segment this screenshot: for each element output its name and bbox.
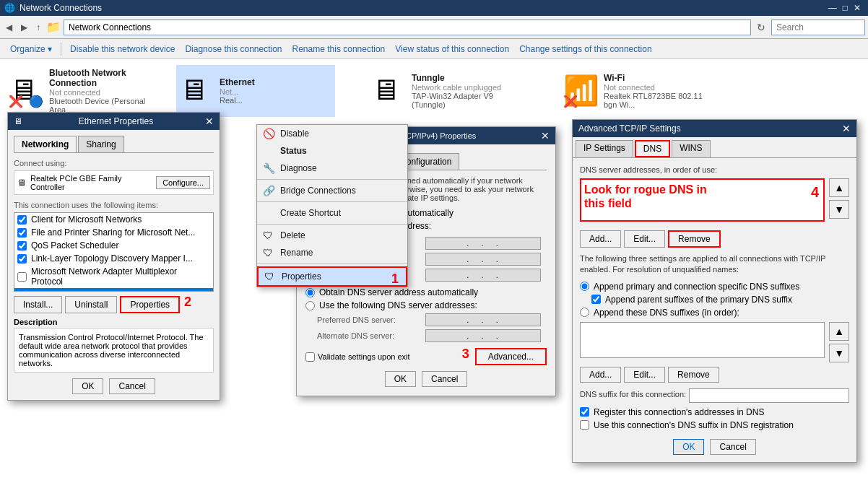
validate-checkbox[interactable] bbox=[305, 352, 315, 362]
list-item-qos[interactable]: QoS Packet Scheduler bbox=[14, 239, 213, 252]
suffix-edit-button[interactable]: Edit... bbox=[624, 367, 665, 383]
tab-sharing[interactable]: Sharing bbox=[78, 136, 123, 152]
context-menu-delete[interactable]: 🛡Delete bbox=[257, 227, 407, 244]
dns-edit-button[interactable]: Edit... bbox=[624, 230, 665, 248]
diagnose-button[interactable]: Diagnose this connection bbox=[181, 43, 286, 56]
dns-down-button[interactable]: ▼ bbox=[829, 200, 849, 219]
append-these-radio[interactable] bbox=[580, 308, 589, 317]
adv-dialog-close[interactable]: ✕ bbox=[842, 123, 851, 134]
register-dns-checkbox[interactable] bbox=[580, 407, 589, 417]
folder-icon: 📁 bbox=[46, 20, 61, 34]
suffix-add-button[interactable]: Add... bbox=[580, 367, 621, 383]
list-item-ipv4[interactable]: Internet Protocol Version 4 (TCP/IPv4) bbox=[14, 288, 213, 292]
append-parent-checkbox[interactable] bbox=[591, 295, 601, 304]
change-settings-button[interactable]: Change settings of this connection bbox=[515, 43, 656, 56]
refresh-button[interactable]: ↻ bbox=[754, 20, 768, 35]
adv-tab-dns[interactable]: DNS bbox=[635, 140, 670, 157]
append-these-row: Append these DNS suffixes (in order): bbox=[580, 308, 849, 318]
back-button[interactable]: ◀ bbox=[3, 21, 15, 34]
ip-dialog-close[interactable]: ✕ bbox=[541, 130, 550, 142]
context-menu-sep4 bbox=[257, 264, 407, 264]
eth-cancel-button[interactable]: Cancel bbox=[109, 378, 155, 394]
adv-tab-wins[interactable]: WINS bbox=[672, 140, 710, 157]
connection-name-wifi: Wi-Fi bbox=[604, 73, 716, 83]
dns-section: Obtain DNS server address automatically … bbox=[305, 287, 547, 310]
connection-ethernet[interactable]: 🖥 Ethernet Net... Real... bbox=[176, 65, 335, 117]
context-menu-shortcut[interactable]: Create Shortcut bbox=[257, 204, 407, 222]
use-suffix-checkbox[interactable] bbox=[580, 420, 589, 430]
view-status-button[interactable]: View status of this connection bbox=[391, 43, 513, 56]
context-menu-rename[interactable]: 🛡Rename bbox=[257, 244, 407, 261]
desc-title: Description bbox=[14, 318, 214, 326]
tab-networking[interactable]: Networking bbox=[14, 136, 77, 152]
connection-wifi[interactable]: 📶 ❌ Wi-Fi Not connected Realtek RTL8723B… bbox=[560, 65, 719, 117]
configure-button[interactable]: Configure... bbox=[156, 176, 210, 189]
address-input[interactable] bbox=[64, 19, 751, 35]
rename-button[interactable]: Rename this connection bbox=[288, 43, 390, 56]
maximize-btn[interactable]: □ bbox=[843, 3, 848, 13]
dns-suffix-input[interactable] bbox=[689, 388, 849, 403]
ip-ok-button[interactable]: OK bbox=[385, 371, 416, 387]
gateway-input[interactable] bbox=[425, 269, 541, 282]
list-item-fileprint[interactable]: File and Printer Sharing for Microsoft N… bbox=[14, 226, 213, 239]
connection-tunngle[interactable]: 🖥 Tunngle Network cable unplugged TAP-Wi… bbox=[368, 65, 527, 117]
item-label: Microsoft Network Adapter Multiplexor Pr… bbox=[31, 266, 210, 287]
alt-dns-input[interactable] bbox=[425, 329, 541, 342]
adv-cancel-button[interactable]: Cancel bbox=[710, 439, 755, 455]
context-menu: 🚫Disable Status 🔧Diagnose 🔗Bridge Connec… bbox=[256, 124, 408, 287]
minimize-btn[interactable]: — bbox=[828, 3, 837, 13]
append-primary-radio[interactable] bbox=[580, 282, 589, 291]
uninstall-button[interactable]: Uninstall bbox=[65, 296, 117, 313]
eth-action-row: Install... Uninstall Properties 2 bbox=[14, 296, 214, 313]
connection-icon-wrap: 🖥 ❌ 🔵 bbox=[9, 74, 43, 108]
organize-button[interactable]: Organize ▾ bbox=[6, 43, 56, 56]
bridge-icon: 🔗 bbox=[263, 185, 275, 196]
eth-ok-button[interactable]: OK bbox=[72, 378, 103, 394]
ip-addr-input[interactable] bbox=[425, 237, 541, 250]
adv-ok-cancel: OK Cancel bbox=[580, 439, 849, 455]
context-menu-status[interactable]: Status bbox=[257, 142, 407, 160]
context-menu-diagnose[interactable]: 🔧Diagnose bbox=[257, 160, 407, 177]
forward-button[interactable]: ▶ bbox=[18, 21, 30, 34]
connection-bluetooth[interactable]: 🖥 ❌ 🔵 Bluetooth Network Connection Not c… bbox=[6, 65, 165, 117]
obtain-dns-radio[interactable] bbox=[305, 288, 315, 297]
dns-suffix-label: DNS suffix for this connection: bbox=[580, 390, 686, 399]
properties-button[interactable]: Properties 2 bbox=[120, 296, 180, 313]
delete-icon: 🛡 bbox=[263, 230, 273, 241]
suffix-list-controls: ▲ ▼ bbox=[829, 322, 849, 362]
dns-up-button[interactable]: ▲ bbox=[829, 178, 849, 197]
list-item-lltd[interactable]: Link-Layer Topology Discovery Mapper I..… bbox=[14, 252, 213, 265]
address-bar: ◀ ▶ ↑ 📁 ↻ bbox=[0, 16, 868, 39]
step4-badge: 4 bbox=[811, 184, 819, 201]
adv-tab-ip[interactable]: IP Settings bbox=[576, 140, 633, 157]
close-btn[interactable]: ✕ bbox=[854, 3, 861, 13]
alt-dns-row: Alternate DNS server: bbox=[305, 329, 547, 342]
install-button[interactable]: Install... bbox=[14, 296, 62, 313]
context-menu-sep2 bbox=[257, 201, 407, 202]
adv-dialog-titlebar: Advanced TCP/IP Settings ✕ bbox=[573, 120, 856, 137]
pref-dns-input[interactable] bbox=[425, 313, 541, 326]
suffix-down-button[interactable]: ▼ bbox=[829, 344, 849, 362]
advanced-button[interactable]: Advanced... 3 bbox=[475, 348, 547, 365]
context-menu-bridge[interactable]: 🔗Bridge Connections bbox=[257, 182, 407, 199]
use-dns-row: Use the following DNS server addresses: bbox=[305, 300, 547, 310]
context-menu-disable[interactable]: 🚫Disable bbox=[257, 125, 407, 142]
dns-add-button[interactable]: Add... bbox=[580, 230, 621, 248]
search-input[interactable] bbox=[771, 19, 865, 35]
eth-dialog-close[interactable]: ✕ bbox=[205, 116, 214, 127]
suffix-up-button[interactable]: ▲ bbox=[829, 322, 849, 341]
adv-ok-button[interactable]: OK bbox=[673, 439, 704, 455]
subnet-input[interactable] bbox=[425, 253, 541, 266]
dns-list-row: Look for rogue DNS inthis field 4 ▲ ▼ bbox=[580, 178, 849, 226]
use-dns-radio[interactable] bbox=[305, 301, 315, 310]
context-menu-properties[interactable]: 🛡Properties 1 bbox=[257, 266, 407, 287]
list-item-client[interactable]: Client for Microsoft Networks bbox=[14, 213, 213, 226]
ip-cancel-button[interactable]: Cancel bbox=[422, 371, 467, 387]
dns-remove-button[interactable]: Remove bbox=[668, 230, 721, 248]
diagnose-icon: 🔧 bbox=[263, 162, 275, 174]
suffix-remove-button[interactable]: Remove bbox=[668, 367, 719, 383]
list-item-mux[interactable]: Microsoft Network Adapter Multiplexor Pr… bbox=[14, 265, 213, 288]
adapter-name: Realtek PCIe GBE Family Controller bbox=[30, 174, 152, 191]
disable-button[interactable]: Disable this network device bbox=[66, 43, 179, 56]
up-button[interactable]: ↑ bbox=[33, 21, 43, 34]
